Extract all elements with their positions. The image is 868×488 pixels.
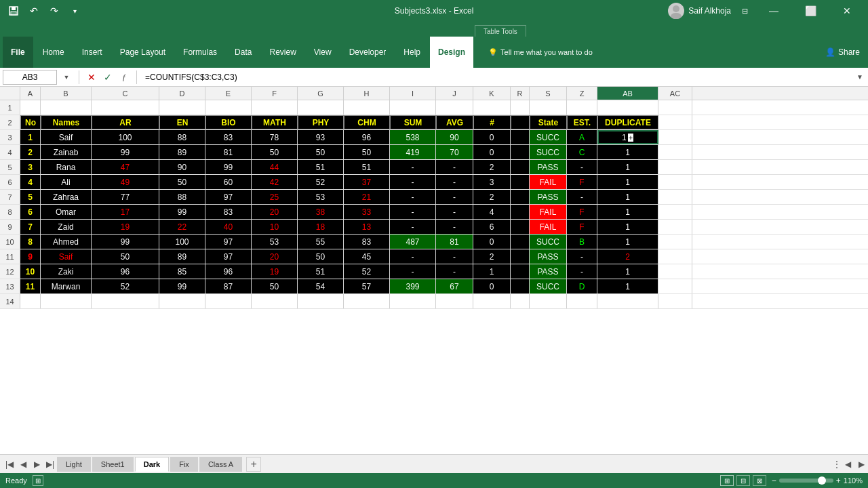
cell-no[interactable]: 11 [20,279,41,293]
cell-dup[interactable]: 2 [597,249,658,264]
row-number[interactable]: 14 [0,294,20,308]
cell-avg[interactable]: - [436,175,473,189]
cell-hash[interactable]: 2 [473,249,511,264]
scroll-right-icon[interactable]: ▶ [854,458,868,471]
cell-G1[interactable] [298,100,344,115]
tab-design[interactable]: Design [430,37,473,68]
col-header-I[interactable]: I [390,87,436,100]
cell-bio[interactable]: 99 [205,160,252,174]
row-number[interactable]: 8 [0,205,20,219]
cell-K14[interactable] [473,294,511,308]
cell-state[interactable]: PASS [530,249,567,264]
cell-H1[interactable] [344,100,390,115]
cell-math[interactable]: 50 [252,279,298,293]
close-button[interactable]: ✕ [831,0,863,22]
share-button[interactable]: 👤 Share [825,47,865,57]
tab-review[interactable]: Review [261,37,304,68]
cell-ac[interactable] [658,130,692,144]
sheet-nav-next[interactable]: ▶ [30,458,43,471]
cell-chm[interactable]: 57 [344,279,390,293]
cell-bio[interactable]: 60 [205,175,252,189]
cell-sum[interactable]: - [390,175,436,189]
cell-phy[interactable]: 50 [298,249,344,264]
tab-home[interactable]: Home [35,37,73,68]
tab-data[interactable]: Data [226,37,260,68]
cell-state[interactable]: PASS [530,160,567,174]
cell-A14[interactable] [20,294,41,308]
cell-ac[interactable] [658,190,692,204]
col-header-AC[interactable]: AC [658,87,692,100]
cell-phy[interactable]: 18 [298,220,344,234]
cell-name[interactable]: Zaid [41,220,92,234]
cell-chm[interactable]: 33 [344,205,390,219]
cell-state[interactable]: FAIL [530,205,567,219]
row-number[interactable]: 1 [0,100,20,115]
cell-est[interactable]: F [567,205,597,219]
cell-phy[interactable]: 38 [298,205,344,219]
cell-no[interactable]: 8 [20,235,41,249]
cell-sum[interactable]: - [390,205,436,219]
cell-ac[interactable] [658,175,692,189]
row-number[interactable]: 12 [0,264,20,279]
cell-est[interactable]: C [567,145,597,159]
cell-en[interactable]: 99 [159,279,205,293]
cell-math[interactable]: 10 [252,220,298,234]
cell-ac[interactable] [658,279,692,293]
save-icon[interactable] [5,3,22,19]
cell-dup[interactable]: 1 [597,235,658,249]
cell-math[interactable]: 78 [252,130,298,144]
cell-phy[interactable]: 54 [298,279,344,293]
cell-G14[interactable] [298,294,344,308]
cell-dup[interactable]: 1 [597,264,658,279]
cell-E2[interactable]: BIO [205,115,252,129]
cell-ac[interactable] [658,264,692,279]
cell-state[interactable]: PASS [530,264,567,279]
cell-G2[interactable]: PHY [298,115,344,129]
row-number[interactable]: 13 [0,279,20,293]
cell-chm[interactable]: 13 [344,220,390,234]
cell-bio[interactable]: 83 [205,130,252,144]
col-header-R[interactable]: R [511,87,530,100]
customize-qat-icon[interactable]: ▾ [66,3,83,19]
cell-Z1[interactable] [567,100,597,115]
cell-est[interactable]: - [567,249,597,264]
cell-J14[interactable] [436,294,473,308]
cell-ac[interactable] [658,235,692,249]
tab-file[interactable]: File [3,37,33,68]
sheet-nav-prev[interactable]: ◀ [16,458,30,471]
cell-r[interactable] [511,249,530,264]
cell-name[interactable]: Saif [41,130,92,144]
cell-r[interactable] [511,145,530,159]
formula-input[interactable] [142,70,852,85]
cell-A1[interactable] [20,100,41,115]
undo-icon[interactable]: ↶ [26,3,42,19]
cell-phy[interactable]: 51 [298,264,344,279]
cell-D1[interactable] [159,100,205,115]
cell-B1[interactable] [41,100,92,115]
cell-chm[interactable]: 96 [344,130,390,144]
cell-state[interactable]: FAIL [530,220,567,234]
cell-math[interactable]: 20 [252,249,298,264]
sheet-tab-fix[interactable]: Fix [170,457,198,472]
cell-dup[interactable]: 1 [597,160,658,174]
cell-I14[interactable] [390,294,436,308]
cell-dup[interactable]: 1 [597,190,658,204]
cell-dup[interactable]: 1+ [597,130,658,144]
cell-B14[interactable] [41,294,92,308]
cell-math[interactable]: 19 [252,264,298,279]
cell-D14[interactable] [159,294,205,308]
status-bar-cell-mode-icon[interactable]: ⊞ [33,475,43,486]
cell-ac[interactable] [658,205,692,219]
cell-avg[interactable]: - [436,205,473,219]
sheet-nav-last[interactable]: ▶| [43,458,57,471]
cell-avg[interactable]: - [436,190,473,204]
cell-name[interactable]: Ali [41,175,92,189]
cell-math[interactable]: 20 [252,205,298,219]
sheet-tab-classa[interactable]: Class A [199,457,242,472]
cell-ac[interactable] [658,220,692,234]
col-header-K[interactable]: K [473,87,511,100]
cell-AC2[interactable] [658,115,692,129]
cell-Z2[interactable]: EST. [567,115,597,129]
cell-ar[interactable]: 19 [92,220,159,234]
row-number[interactable]: 5 [0,160,20,174]
